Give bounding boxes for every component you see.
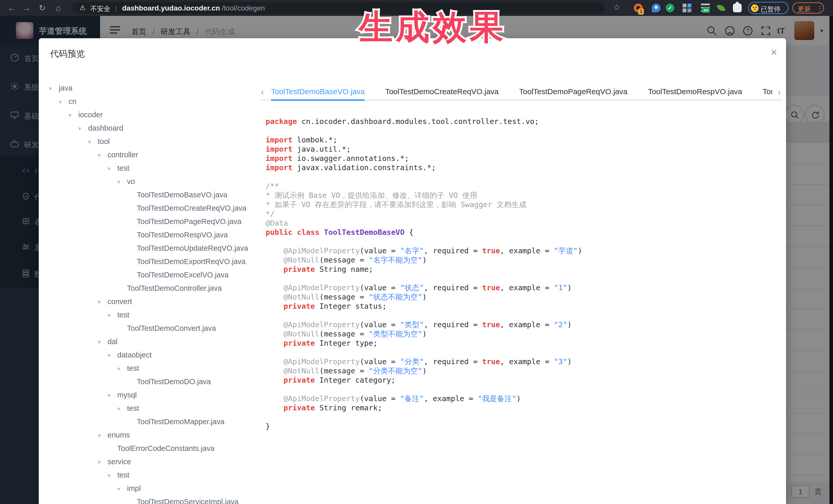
caret-down-icon[interactable]: ▾ — [108, 309, 117, 322]
file-tab[interactable]: ToolTestDemoRespVO.java — [648, 85, 742, 99]
tree-folder[interactable]: ▾dal — [49, 335, 262, 348]
code-line: @ApiModelProperty(value = "备注", example … — [266, 394, 779, 403]
caret-down-icon[interactable]: ▾ — [59, 95, 69, 109]
tree-label: ToolTestDemoMapper.java — [137, 417, 224, 426]
tree-label: dataobject — [117, 351, 152, 359]
caret-down-icon[interactable]: ▾ — [117, 362, 127, 376]
tree-file[interactable]: ▾ToolTestDemoMapper.java — [49, 415, 262, 428]
tree-folder[interactable]: ▾impl — [49, 482, 262, 495]
caret-down-icon[interactable]: ▾ — [117, 175, 127, 189]
tree-folder[interactable]: ▾dataobject — [49, 348, 262, 362]
code-line: package cn.iocoder.dashboard.modules.too… — [266, 117, 779, 126]
tree-label: impl — [127, 484, 141, 493]
tree-label: tool — [98, 137, 110, 145]
code-block[interactable]: package cn.iocoder.dashboard.modules.too… — [266, 117, 779, 497]
tree-folder[interactable]: ▾controller — [49, 148, 262, 162]
tree-file[interactable]: ▾ToolTestDemoConvert.java — [49, 321, 262, 335]
extensions-puzzle-icon[interactable] — [733, 4, 742, 12]
tree-folder[interactable]: ▾vo — [49, 175, 262, 188]
tree-folder[interactable]: ▾convert — [49, 295, 262, 308]
tree-folder[interactable]: ▾enums — [49, 428, 262, 442]
file-tab[interactable]: ToolTestDemoUpdateReqVO.java — [763, 85, 772, 99]
caret-down-icon[interactable]: ▾ — [98, 335, 108, 349]
tree-folder[interactable]: ▾java — [49, 81, 262, 95]
caret-down-icon[interactable]: ▾ — [108, 162, 117, 175]
extension-badge: 1 — [638, 8, 644, 15]
code-line: @ApiModelProperty(value = "分类", required… — [266, 357, 779, 366]
tree-label: enums — [108, 431, 130, 439]
caret-down-icon[interactable]: ▾ — [98, 149, 108, 162]
window-edge — [829, 16, 833, 504]
reload-icon[interactable]: ↻ — [37, 2, 48, 14]
caret-down-icon[interactable]: ▾ — [98, 456, 108, 469]
tree-file[interactable]: ▾ToolTestDemoUpdateReqVO.java — [49, 241, 262, 255]
tree-folder[interactable]: ▾test — [49, 468, 262, 482]
code-line: * 测试示例 Base VO，提供给添加、修改、详细的子 VO 使用 — [266, 191, 779, 200]
extension-icon-3[interactable]: ✓ — [666, 4, 674, 12]
tree-label: ToolTestDemoPageReqVO.java — [137, 217, 241, 225]
file-tab[interactable]: ToolTestDemoCreateReqVO.java — [385, 85, 499, 99]
tree-file[interactable]: ▾ToolTestDemoBaseVO.java — [49, 188, 262, 201]
tree-label: test — [117, 311, 129, 319]
forward-icon[interactable]: → — [21, 2, 32, 14]
tree-file[interactable]: ▾ToolTestDemoDO.java — [49, 375, 262, 388]
caret-down-icon[interactable]: ▾ — [117, 482, 127, 496]
code-line — [266, 412, 779, 422]
bookmark-star-icon[interactable]: ☆ — [613, 3, 620, 11]
tree-folder[interactable]: ▾cn — [49, 95, 262, 108]
extension-icon-6[interactable] — [717, 4, 725, 12]
code-line: private Integer category; — [266, 376, 779, 385]
tree-folder[interactable]: ▾mysql — [49, 388, 262, 402]
tabs-scroll-right-icon[interactable]: › — [778, 87, 781, 97]
chrome-update-button[interactable]: 更新 ⋮ — [792, 2, 824, 14]
code-line — [266, 274, 779, 283]
address-bar[interactable]: ⚠ 不安全 | dashboard.yudao.iocoder.cn /tool… — [72, 2, 605, 14]
caret-down-icon[interactable]: ▾ — [108, 349, 117, 362]
caret-down-icon[interactable]: ▾ — [49, 82, 59, 95]
file-tree: ▾java▾cn▾iocoder▾dashboard▾tool▾controll… — [49, 81, 262, 504]
tree-folder[interactable]: ▾iocoder — [49, 108, 262, 121]
file-tab[interactable]: ToolTestDemoPageReqVO.java — [519, 85, 627, 99]
tabs-scroll-left-icon[interactable]: ‹ — [261, 87, 264, 97]
code-line: private String remark; — [266, 403, 779, 412]
tree-file[interactable]: ▾ToolTestDemoExportReqVO.java — [49, 255, 262, 268]
file-tab[interactable]: ToolTestDemoBaseVO.java — [271, 85, 365, 99]
tree-file[interactable]: ▾ToolTestDemoExcelVO.java — [49, 268, 262, 282]
tree-file[interactable]: ▾ToolTestDemoCreateReqVO.java — [49, 201, 262, 215]
home-icon[interactable]: ⌂ — [52, 2, 64, 14]
tree-file[interactable]: ▾ToolTestDemoServiceImpl.java — [49, 495, 262, 504]
extension-icon-4[interactable] — [683, 4, 691, 12]
tree-folder[interactable]: ▾test — [49, 402, 262, 415]
caret-down-icon[interactable]: ▾ — [108, 469, 117, 482]
tree-folder[interactable]: ▾test — [49, 362, 262, 375]
extension-icon-2[interactable] — [652, 4, 661, 12]
tree-file[interactable]: ▾ToolTestDemoRespVO.java — [49, 228, 262, 241]
extension-on-badge: on — [702, 7, 710, 13]
caret-down-icon[interactable]: ▾ — [69, 109, 78, 122]
tree-folder[interactable]: ▾test — [49, 308, 262, 321]
caret-down-icon[interactable]: ▾ — [108, 389, 117, 402]
back-icon[interactable]: ← — [6, 2, 18, 14]
extension-icon-5[interactable]: on — [701, 4, 710, 12]
tree-folder[interactable]: ▾test — [49, 162, 262, 175]
caret-down-icon[interactable]: ▾ — [88, 135, 98, 149]
profile-paused-chip[interactable]: 已暂停 — [748, 2, 789, 14]
extension-icon-1[interactable]: 1 — [634, 4, 643, 12]
tree-file[interactable]: ▾ToolTestDemoPageReqVO.java — [49, 215, 262, 228]
tree-label: mysql — [117, 391, 137, 399]
tree-folder[interactable]: ▾dashboard — [49, 121, 262, 135]
close-icon[interactable]: × — [767, 46, 780, 59]
tree-label: test — [127, 364, 139, 373]
tree-folder[interactable]: ▾tool — [49, 135, 262, 148]
code-line — [266, 311, 779, 320]
caret-down-icon[interactable]: ▾ — [98, 429, 108, 442]
code-line: @NotNull(message = "状态不能为空") — [266, 292, 779, 302]
caret-down-icon[interactable]: ▾ — [78, 122, 88, 135]
tree-folder[interactable]: ▾service — [49, 455, 262, 468]
caret-down-icon[interactable]: ▾ — [117, 402, 127, 415]
tree-file[interactable]: ▾ToolErrorCodeConstants.java — [49, 442, 262, 455]
tree-file[interactable]: ▾ToolTestDemoController.java — [49, 282, 262, 295]
active-tab-indicator — [271, 99, 365, 101]
tree-label: vo — [127, 177, 135, 186]
caret-down-icon[interactable]: ▾ — [98, 295, 108, 309]
